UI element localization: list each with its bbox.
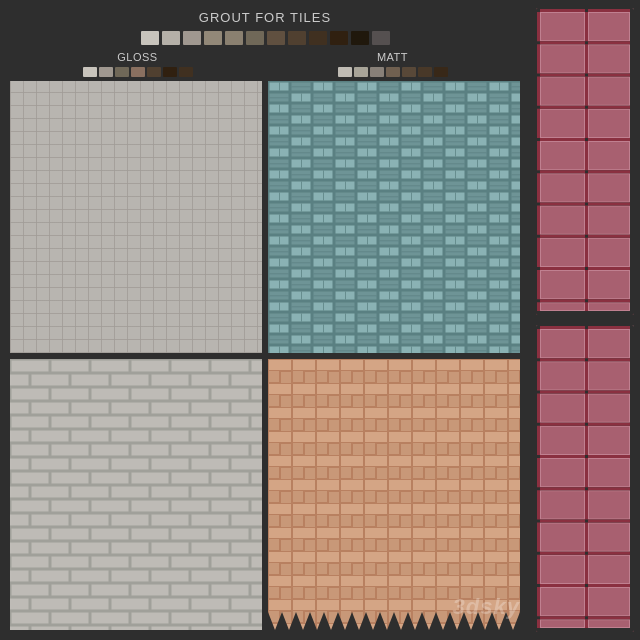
header-swatch[interactable]: [162, 31, 180, 45]
header-swatch[interactable]: [141, 31, 159, 45]
gloss-swatch[interactable]: [99, 67, 113, 77]
header-swatch[interactable]: [309, 31, 327, 45]
small-square-tile-texture: [10, 81, 262, 353]
gloss-swatch[interactable]: [163, 67, 177, 77]
header-swatch[interactable]: [267, 31, 285, 45]
gloss-small-square-panel: [10, 81, 262, 353]
matt-section-header: MATT: [265, 51, 520, 77]
header-title: GROUT FOR TILES: [10, 10, 520, 25]
header-swatch[interactable]: [246, 31, 264, 45]
header: GROUT FOR TILES: [10, 10, 520, 45]
matt-herringbone-panel: [268, 359, 520, 630]
gloss-swatch[interactable]: [115, 67, 129, 77]
gloss-swatch[interactable]: [179, 67, 193, 77]
tiles-top-row: [10, 81, 520, 353]
herringbone-tile-texture: [268, 359, 520, 630]
matt-swatch[interactable]: [402, 67, 416, 77]
main-container: GROUT FOR TILES GLOSS MATT: [0, 0, 640, 640]
matt-swatches: [338, 67, 448, 77]
header-swatches: [10, 31, 520, 45]
right-panel: [530, 0, 640, 640]
matt-swatch[interactable]: [418, 67, 432, 77]
gloss-swatch[interactable]: [83, 67, 97, 77]
matt-swatch[interactable]: [434, 67, 448, 77]
gloss-swatch[interactable]: [131, 67, 145, 77]
gloss-section-header: GLOSS: [10, 51, 265, 77]
matt-swatch[interactable]: [370, 67, 384, 77]
matt-swatch[interactable]: [338, 67, 352, 77]
brick-tile-texture: [10, 359, 262, 630]
tiles-bottom-row: [10, 359, 520, 630]
tiles-area: [10, 81, 520, 630]
header-swatch[interactable]: [372, 31, 390, 45]
header-swatch[interactable]: [330, 31, 348, 45]
gloss-brick-panel: [10, 359, 262, 630]
matt-swatch[interactable]: [386, 67, 400, 77]
left-panel: GROUT FOR TILES GLOSS MATT: [0, 0, 530, 640]
gloss-swatches: [83, 67, 193, 77]
matt-label: MATT: [377, 51, 408, 63]
header-swatch[interactable]: [183, 31, 201, 45]
gloss-label: GLOSS: [117, 51, 157, 63]
header-swatch[interactable]: [351, 31, 369, 45]
gloss-swatch[interactable]: [147, 67, 161, 77]
header-swatch[interactable]: [204, 31, 222, 45]
basket-weave-tile-texture: [268, 81, 520, 353]
matt-basket-weave-panel: [268, 81, 520, 353]
sub-headers: GLOSS MATT: [10, 51, 520, 77]
header-swatch[interactable]: [225, 31, 243, 45]
right-preview-bottom: [536, 325, 634, 632]
right-preview-top: [536, 8, 634, 315]
header-swatch[interactable]: [288, 31, 306, 45]
matt-swatch[interactable]: [354, 67, 368, 77]
